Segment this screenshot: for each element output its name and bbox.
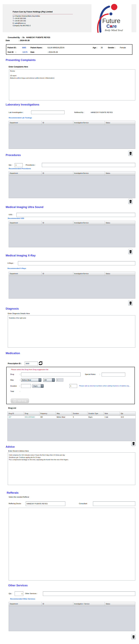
- date-label: Date: [6, 40, 19, 42]
- col-id: ID: [42, 121, 73, 125]
- duration-type-value: Day/s: [33, 385, 38, 387]
- col-id: ID: [42, 221, 73, 225]
- lab-table-body[interactable]: [9, 125, 135, 149]
- delete-lab-item-button[interactable]: [128, 150, 133, 156]
- recommended-procedures-link[interactable]: Recommended Procedures: [9, 168, 31, 170]
- drug-row-name: DICLOFENAC: [24, 416, 40, 418]
- complaints-textarea[interactable]: Review US report Abductor pollicis longu…: [9, 69, 135, 100]
- col-status: Status: [105, 172, 135, 175]
- other-services-input[interactable]: [43, 592, 135, 596]
- delete-drug-item-button[interactable]: [131, 441, 136, 446]
- other-qty-input[interactable]: [15, 592, 23, 596]
- referring-doctor-label: Reffering Doctor: [9, 503, 21, 504]
- col-investigation: Investigation/Service: [73, 172, 105, 175]
- uss-label: USS :: [9, 214, 13, 216]
- xray-table-body[interactable]: [9, 276, 135, 298]
- duration-input[interactable]: [21, 384, 31, 388]
- consulted-by-value: HANECKY FUENTE REYES: [26, 36, 50, 38]
- trash-icon: [132, 635, 135, 638]
- referring-doctor-input[interactable]: [26, 502, 65, 506]
- company-phone-1: T: +24 82 593 593: [13, 18, 26, 19]
- dose-input: [56, 378, 63, 382]
- advice-textarea[interactable]: Cold compress for 10-5 minutes every 2 h…: [8, 452, 135, 485]
- drug-row-duration-type: Day/s: [88, 416, 104, 418]
- recommended-xrays-link[interactable]: Recommended X-Rays: [8, 268, 26, 269]
- procedures-qty-input[interactable]: [15, 163, 23, 167]
- consulted-by-label: Consulted By : Dr.: [8, 36, 25, 38]
- delete-xray-item-button[interactable]: [128, 300, 133, 306]
- drug-row-id: 237: [8, 416, 24, 418]
- recommended-lab-testings-link[interactable]: Recommended Lab Testings: [9, 117, 32, 119]
- tablet-qty-input[interactable]: [69, 384, 77, 388]
- patient-id-value: 6885: [22, 46, 26, 49]
- duration-label: Duration: [10, 385, 17, 387]
- recommended-other-services-link[interactable]: Recommended Other Services: [10, 598, 35, 600]
- uss-table: Department ID Investigation/Service Stat…: [9, 221, 135, 247]
- diagnosis-textarea[interactable]: Tendinitis of the right wrist: [8, 315, 135, 348]
- consultant-label: Consultant: [79, 503, 87, 504]
- referred-by-value: HANECKY FUENTE REYES: [91, 112, 113, 113]
- frequency-value: OD: [44, 379, 47, 381]
- referral-list-box[interactable]: [9, 508, 135, 580]
- drug-input[interactable]: [21, 372, 80, 376]
- total-label: Total: [10, 390, 14, 392]
- frequency-dropdown[interactable]: OD ▼: [43, 378, 55, 382]
- other-services-heading: Other Services: [8, 584, 28, 587]
- col-duration: Duration: [72, 412, 88, 416]
- delete-other-service-item-button[interactable]: [131, 634, 136, 640]
- col-drug-id: Drug ID: [8, 412, 24, 416]
- duration-type-dropdown[interactable]: Day/s ▼: [32, 384, 44, 388]
- special-notes-input[interactable]: [102, 373, 125, 376]
- add-drug-button[interactable]: + Add Drug: [11, 398, 29, 403]
- uss-input[interactable]: [16, 213, 135, 217]
- meal-timing-value: Before Meal: [22, 379, 31, 381]
- prescription-id-input[interactable]: [25, 362, 38, 366]
- uss-table-body[interactable]: [9, 225, 135, 247]
- delete-uss-item-button[interactable]: [128, 249, 133, 254]
- ultrasound-heading: Medical Imaging Ultra Sound: [6, 206, 43, 209]
- xray-table-header: Department ID Investigation/Service Stat…: [9, 272, 135, 276]
- other-table-body[interactable]: [9, 606, 135, 631]
- lab-investigation-input[interactable]: [31, 110, 64, 114]
- drug-row[interactable]: 237 DICLOFENAC OD Before Meal 5 Day/s 1 …: [8, 416, 136, 418]
- lab-table-header: Department ID Investigation/Service Stat…: [9, 121, 135, 125]
- plus-circle-icon: +: [14, 400, 16, 402]
- special-notes-colon: :: [100, 374, 100, 375]
- col-id: ID: [42, 602, 73, 606]
- duration-colon: :: [19, 385, 20, 387]
- company-address: Le Chainter,Victoria,Mahe,Seychelles: [13, 15, 40, 17]
- col-id: ID: [42, 272, 73, 276]
- trash-icon: [132, 442, 135, 445]
- refresh-prescription-id-button[interactable]: [38, 361, 43, 366]
- drug-suggestion-warning: Please select the Drug from Drug suggess…: [11, 368, 48, 370]
- col-department: Department: [9, 121, 42, 125]
- age-value: 35: [101, 46, 103, 49]
- add-drug-label: Add Drug: [18, 400, 26, 402]
- other-services-label: Other Services :: [25, 592, 37, 594]
- procedures-table-body[interactable]: [9, 176, 135, 198]
- procedures-input[interactable]: [42, 163, 135, 167]
- drug-row-frequency: OD: [40, 416, 56, 418]
- col-status: Status: [105, 272, 135, 276]
- diagnosis-sublabel: Enter Diagnosis Details Here: [8, 312, 30, 314]
- advice-heading: Advice: [6, 445, 15, 448]
- recommended-uss-link[interactable]: Recommended USS: [8, 218, 24, 219]
- gender-label: Gender :: [108, 46, 115, 49]
- svg-text:Body Mind Soul: Body Mind Soul: [104, 29, 123, 32]
- lab-table: Department ID Investigation/Service Stat…: [9, 121, 135, 149]
- lab-investigations-heading: Laboratory Investigations: [6, 103, 39, 106]
- referrals-heading: Refferals: [7, 491, 18, 494]
- trash-icon: [129, 152, 132, 155]
- procedures-label: Procedures :: [26, 164, 36, 166]
- meal-timing-dropdown[interactable]: Before Meal ▼: [21, 378, 42, 382]
- complaints-sublabel: Enter Complaints Here: [9, 66, 28, 68]
- drug-row-note: 1 tab: [104, 416, 120, 418]
- consultant-input[interactable]: [93, 502, 135, 506]
- delete-procedure-item-button[interactable]: [128, 199, 133, 204]
- col-department: Department: [9, 602, 42, 606]
- xray-heading: Medical Imaging X-Ray: [6, 254, 36, 257]
- drug-table-body[interactable]: [8, 418, 136, 441]
- patient-info-box: Patient ID : 6885 Patient Name : IULIIA …: [6, 44, 132, 55]
- total-colon: :: [20, 390, 20, 392]
- xray-input[interactable]: [18, 261, 135, 265]
